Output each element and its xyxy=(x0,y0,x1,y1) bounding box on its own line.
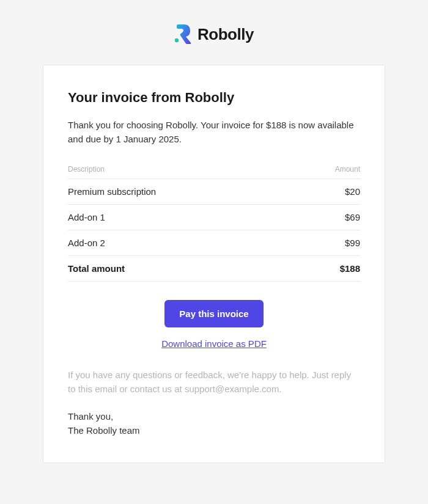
signoff: Thank you, The Robolly team xyxy=(68,409,360,438)
table-row: Premium subscription $20 xyxy=(68,179,360,205)
svg-point-0 xyxy=(175,38,179,42)
item-amount: $99 xyxy=(345,238,360,248)
total-label: Total amount xyxy=(68,263,125,274)
actions: Pay this invoice Download invoice as PDF xyxy=(68,300,360,349)
table-header: Description Amount xyxy=(68,165,360,179)
table-row-total: Total amount $188 xyxy=(68,256,360,282)
thanks-line: Thank you, xyxy=(68,411,113,422)
brand-name: Robolly xyxy=(197,25,254,44)
col-description: Description xyxy=(68,165,105,173)
team-line: The Robolly team xyxy=(68,425,140,436)
help-text: If you have any questions or feedback, w… xyxy=(68,368,360,396)
pay-invoice-button[interactable]: Pay this invoice xyxy=(164,300,263,327)
email-container: Robolly Your invoice from Robolly Thank … xyxy=(43,24,385,463)
total-amount: $188 xyxy=(340,263,360,274)
robolly-icon xyxy=(174,24,191,44)
logo-wrap: Robolly xyxy=(43,24,385,46)
col-amount: Amount xyxy=(335,165,360,173)
invoice-heading: Your invoice from Robolly xyxy=(68,90,360,106)
invoice-intro: Thank you for choosing Robolly. Your inv… xyxy=(68,118,360,147)
item-amount: $69 xyxy=(345,212,360,222)
table-row: Add-on 1 $69 xyxy=(68,205,360,230)
item-desc: Add-on 2 xyxy=(68,238,105,248)
invoice-table: Description Amount Premium subscription … xyxy=(68,165,360,282)
invoice-card: Your invoice from Robolly Thank you for … xyxy=(43,65,385,463)
download-pdf-link[interactable]: Download invoice as PDF xyxy=(161,338,267,349)
brand-logo: Robolly xyxy=(174,24,254,44)
item-desc: Premium subscription xyxy=(68,186,156,197)
item-desc: Add-on 1 xyxy=(68,212,105,222)
table-row: Add-on 2 $99 xyxy=(68,230,360,256)
item-amount: $20 xyxy=(345,186,360,197)
